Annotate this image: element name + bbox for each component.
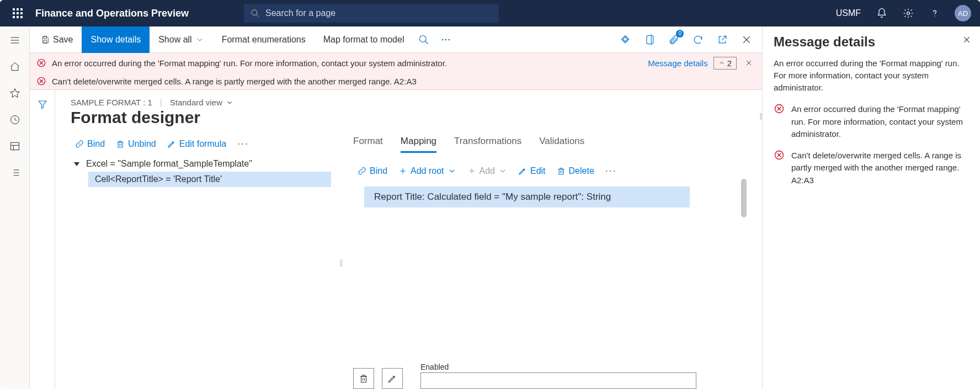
app-launcher-icon[interactable] [4,0,31,26]
mapping-delete-label: Delete [569,166,594,176]
search-input[interactable] [265,8,492,18]
tree-root-label[interactable]: Excel = "Sample format_SampleTemplate" [86,159,252,169]
panel-item-1: An error occurred during the 'Format map… [791,103,969,141]
help-icon[interactable] [924,0,946,26]
add-root-label: Add root [411,166,444,176]
svg-point-29 [420,35,427,42]
svg-marker-54 [74,162,79,166]
action-more-icon[interactable] [435,29,457,51]
chevron-down-icon [498,167,507,175]
message-details-panel: ‖ Message details An error occurred duri… [762,26,980,389]
add-label: Add [480,166,495,176]
company-code[interactable]: USMF [830,8,866,18]
add-root-button[interactable]: Add root [394,164,460,178]
svg-rect-0 [13,8,15,10]
svg-rect-2 [20,8,23,10]
refresh-icon[interactable] [687,29,709,51]
chevron-up-icon [718,60,725,66]
message-count-toggle[interactable]: 2 [713,57,737,70]
filter-icon[interactable] [33,94,52,114]
chevron-down-icon [195,35,204,44]
svg-rect-5 [20,12,23,14]
show-all-button[interactable]: Show all [150,26,212,53]
tab-validations[interactable]: Validations [539,136,584,153]
chevron-down-icon [448,167,456,175]
svg-marker-16 [10,89,19,98]
svg-marker-50 [39,101,46,109]
mapping-bind-button[interactable]: Bind [353,164,392,178]
bind-label: Bind [87,139,105,149]
star-icon[interactable] [3,82,27,105]
bind-button[interactable]: Bind [71,137,109,151]
workspace-icon[interactable] [3,135,27,158]
svg-point-9 [252,10,257,15]
bell-icon[interactable] [871,0,893,26]
mapping-toolbar-more[interactable]: ··· [601,163,621,179]
svg-rect-4 [17,12,19,14]
add-button: Add [463,164,512,178]
svg-point-31 [442,39,444,40]
home-icon[interactable] [3,55,27,78]
unbind-label: Unbind [128,139,156,149]
breadcrumb: SAMPLE FORMAT : 1 [71,98,152,107]
message-1-text: An error occurred during the 'Format map… [52,58,447,68]
panel-summary: An error occurred during the 'Format map… [774,57,969,93]
attachments-badge: 0 [676,30,684,38]
tree-child-selected[interactable]: Cell<ReportTitle> = 'Report Title' [88,172,331,187]
action-bar: Save Show details Show all Format enumer… [30,26,762,53]
scrollbar[interactable] [741,179,747,217]
hamburger-icon[interactable] [3,29,27,52]
office-icon[interactable] [638,29,661,51]
svg-rect-3 [13,12,15,14]
left-toolbar-more[interactable]: ··· [233,136,253,152]
edit-square-button[interactable] [382,368,403,389]
panel-title: Message details [774,34,969,50]
diamond-icon[interactable] [614,29,636,51]
page-title: Format designer [71,108,747,127]
popout-icon[interactable] [711,29,733,51]
recent-icon[interactable] [3,108,27,131]
message-details-link[interactable]: Message details [648,58,707,68]
svg-rect-7 [17,16,19,18]
tab-mapping[interactable]: Mapping [401,136,436,153]
modules-icon[interactable] [3,161,27,184]
message-2-text: Can't delete/overwrite merged cells. A r… [52,77,417,86]
svg-line-39 [722,36,726,40]
action-search-icon[interactable] [413,29,435,51]
edit-formula-button[interactable]: Edit formula [163,137,231,151]
chevron-down-icon [226,99,233,106]
message-close-icon[interactable] [742,56,755,70]
svg-point-32 [445,39,447,40]
error-icon [36,76,46,86]
tab-format[interactable]: Format [353,136,383,153]
show-all-label: Show all [158,35,191,45]
search-box[interactable] [244,4,499,23]
map-format-button[interactable]: Map format to model [315,26,413,53]
svg-rect-18 [10,142,19,150]
panel-resize-handle[interactable]: ‖ [759,109,763,122]
svg-rect-28 [44,40,46,42]
tree-collapse-icon[interactable] [73,160,81,168]
format-enumerations-button[interactable]: Format enumerations [213,26,315,53]
close-panel-icon[interactable] [960,33,973,46]
avatar[interactable]: AD [955,5,971,22]
map-format-label: Map format to model [323,35,404,45]
unbind-button[interactable]: Unbind [111,137,161,151]
edit-formula-label: Edit formula [179,139,226,149]
save-button[interactable]: Save [32,26,82,53]
attachments-icon[interactable]: 0 [663,29,685,51]
breadcrumb-separator: | [160,98,162,107]
tab-transformations[interactable]: Transformations [454,136,521,153]
mapping-edit-button[interactable]: Edit [514,164,550,178]
mapping-delete-button[interactable]: Delete [552,164,599,178]
delete-square-button[interactable] [353,368,374,389]
error-icon [36,58,46,68]
gear-icon[interactable] [897,0,919,26]
filter-strip [30,90,55,389]
mapping-item-selected[interactable]: Report Title: Calculated field = "My sam… [364,186,690,207]
message-bars: An error occurred during the 'Format map… [30,53,762,90]
enabled-field[interactable] [420,372,696,389]
close-form-icon[interactable] [736,29,758,51]
view-selector[interactable]: Standard view [170,98,233,107]
show-details-button[interactable]: Show details [82,26,150,53]
